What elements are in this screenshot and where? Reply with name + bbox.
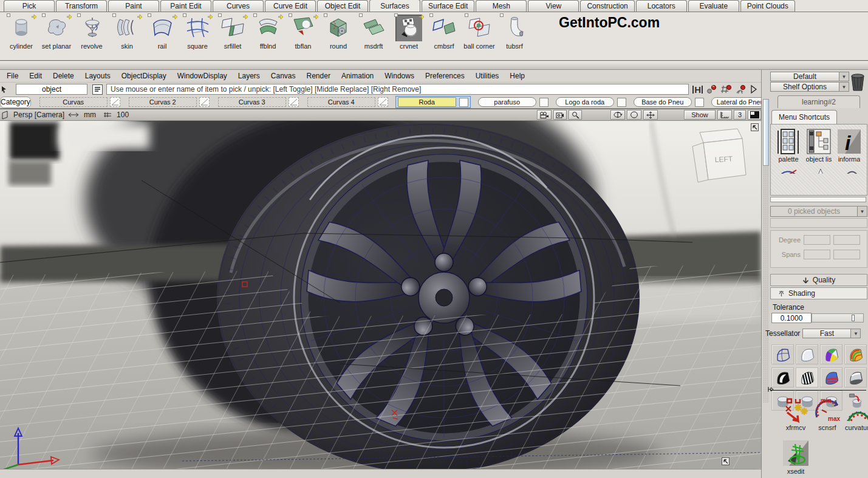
menu-objectdisplay[interactable]: ObjectDisplay xyxy=(116,72,172,80)
shelf-set-dropdown[interactable]: Default ▼ xyxy=(770,72,849,81)
tool-curvature[interactable]: curvature xyxy=(843,397,868,431)
quality-section-header[interactable]: Quality xyxy=(770,274,867,286)
ruler-button[interactable] xyxy=(717,110,732,120)
tool-revolve[interactable]: revolve xyxy=(77,15,107,50)
tab-evaluate[interactable]: Evaluate xyxy=(688,0,739,12)
spans-field-1[interactable] xyxy=(804,250,830,259)
layer-checkbox[interactable] xyxy=(459,98,468,107)
layer-curvas-2[interactable]: Curvas 2 xyxy=(129,97,210,107)
divider-arrow-icon[interactable] xyxy=(768,386,774,394)
shortcut-object-list[interactable]: object lis xyxy=(804,128,834,163)
show-menu-button[interactable]: Show xyxy=(684,110,716,120)
tool-tubsrf[interactable]: tubsrf xyxy=(499,15,530,50)
menu-layouts[interactable]: Layouts xyxy=(80,72,116,80)
picked-objects-dropdown[interactable]: 0 picked objects ▼ xyxy=(770,206,867,217)
tab-construction[interactable]: Construction xyxy=(580,0,634,12)
shade-zebra-button[interactable] xyxy=(796,367,818,388)
menu-preferences[interactable]: Preferences xyxy=(420,72,470,80)
menu-animation[interactable]: Animation xyxy=(336,72,379,80)
tool-tbflan[interactable]: tbflan xyxy=(288,15,318,50)
tool-round[interactable]: round xyxy=(323,15,354,50)
tab-transform[interactable]: Transform xyxy=(56,0,107,12)
viewport-resize-corner-bottom[interactable] xyxy=(722,457,730,465)
menu-render[interactable]: Render xyxy=(301,72,336,80)
tool-cmbsrf[interactable]: cmbsrf xyxy=(429,15,459,50)
window-shade-button[interactable] xyxy=(748,110,761,120)
layer-checkbox[interactable] xyxy=(617,98,626,107)
look-at-button[interactable] xyxy=(627,110,641,120)
layer-curvas-4[interactable]: Curvas 4 xyxy=(307,97,388,107)
degree-field-1[interactable] xyxy=(804,235,830,245)
layer-roda[interactable]: Roda xyxy=(395,96,471,108)
shortcut-palette[interactable]: palette xyxy=(773,128,804,163)
shortcut-information[interactable]: i informa xyxy=(834,128,864,163)
pick-mode-selector[interactable]: object xyxy=(16,84,87,95)
layer-logo-da-roda[interactable]: Logo da roda xyxy=(556,97,626,107)
tool-xsedit[interactable]: xsedit xyxy=(780,439,812,475)
camera-lock-button[interactable] xyxy=(553,110,567,120)
shelf-options-dropdown[interactable]: Shelf Options ▼ xyxy=(770,82,849,92)
menu-edit[interactable]: Edit xyxy=(24,72,47,80)
layer-symmetry-icon[interactable] xyxy=(289,97,299,107)
tab-pick[interactable]: Pick xyxy=(4,0,55,12)
layer-checkbox[interactable] xyxy=(539,98,548,107)
shading-section-header[interactable]: Shading xyxy=(770,287,867,299)
menu-layers[interactable]: Layers xyxy=(233,72,265,80)
menu-utilities[interactable]: Utilities xyxy=(470,72,505,80)
tool-crvnet[interactable]: crvnet xyxy=(394,15,424,50)
tab-object-edit[interactable]: Object Edit xyxy=(317,0,368,12)
menu-windows[interactable]: Windows xyxy=(379,72,420,80)
tool-set-planar[interactable]: set planar xyxy=(41,15,72,50)
viewport-resize-corner[interactable] xyxy=(751,123,759,131)
snap-point-icon[interactable] xyxy=(706,84,717,94)
tool-msdrft[interactable]: msdrft xyxy=(358,15,389,50)
shade-blue-red-button[interactable] xyxy=(820,367,842,388)
layer-symmetry-icon[interactable] xyxy=(199,97,210,107)
shade-wireframe-button[interactable] xyxy=(771,344,794,364)
layer-parafuso[interactable]: parafuso xyxy=(478,97,548,107)
tab-paint-edit[interactable]: Paint Edit xyxy=(160,0,211,12)
layer-symmetry-icon[interactable] xyxy=(378,97,388,107)
promptline-expand-icon[interactable] xyxy=(750,84,757,94)
menu-delete[interactable]: Delete xyxy=(47,72,80,80)
slider-thumb[interactable] xyxy=(852,315,855,321)
menu-canvas[interactable]: Canvas xyxy=(265,72,301,80)
menu-help[interactable]: Help xyxy=(504,72,530,80)
tab-surfaces[interactable]: Surfaces xyxy=(369,0,420,12)
3d-canvas[interactable]: LEFT xyxy=(0,121,761,469)
tool-rail[interactable]: rail xyxy=(147,15,177,50)
snap-grid-icon[interactable] xyxy=(721,84,732,94)
trash-icon[interactable] xyxy=(850,72,866,93)
tab-view[interactable]: View xyxy=(528,0,579,12)
menu-file[interactable]: File xyxy=(1,72,24,80)
shade-stripes-button[interactable] xyxy=(844,344,867,364)
tool-skin[interactable]: skin xyxy=(112,15,142,50)
layer-checkbox[interactable] xyxy=(695,98,704,107)
tool-xfrmcv[interactable]: xfrmcv xyxy=(780,397,812,431)
tab-locators[interactable]: Locators xyxy=(636,0,687,12)
precision-button[interactable]: 3 xyxy=(734,110,746,120)
layer-curvas[interactable]: Curvas xyxy=(39,97,120,107)
tool-cylinder[interactable]: cylinder xyxy=(6,15,36,50)
tab-point-clouds[interactable]: Point Clouds xyxy=(740,0,795,12)
tool-srfillet[interactable]: srfillet xyxy=(217,15,248,50)
viewport-camera-label[interactable]: Persp [Camera] xyxy=(13,111,64,119)
tolerance-slider[interactable] xyxy=(812,313,864,323)
tab-learning[interactable]: learning#2 xyxy=(777,95,860,108)
tumble-button[interactable] xyxy=(610,110,625,120)
tab-curves[interactable]: Curves xyxy=(213,0,264,12)
spans-field-2[interactable] xyxy=(833,250,860,259)
shade-multicolor-button[interactable] xyxy=(820,344,842,364)
zoom-region-button[interactable] xyxy=(569,110,582,120)
perspective-viewport[interactable]: Persp [Camera] mm 100 xyxy=(0,109,761,469)
tab-menu-shortcuts[interactable]: Menu Shortcuts xyxy=(771,110,837,124)
pan-button[interactable] xyxy=(643,110,658,120)
tab-paint[interactable]: Paint xyxy=(108,0,159,12)
camera-track-button[interactable] xyxy=(537,110,552,120)
tessellator-dropdown[interactable]: Fast ▼ xyxy=(802,329,861,338)
shade-chrome-button[interactable] xyxy=(844,367,867,388)
shade-black-button[interactable] xyxy=(771,367,794,388)
menu-windowdisplay[interactable]: WindowDisplay xyxy=(172,72,233,80)
tab-mesh[interactable]: Mesh xyxy=(476,0,527,12)
prompt-history-list-button[interactable] xyxy=(92,84,103,95)
